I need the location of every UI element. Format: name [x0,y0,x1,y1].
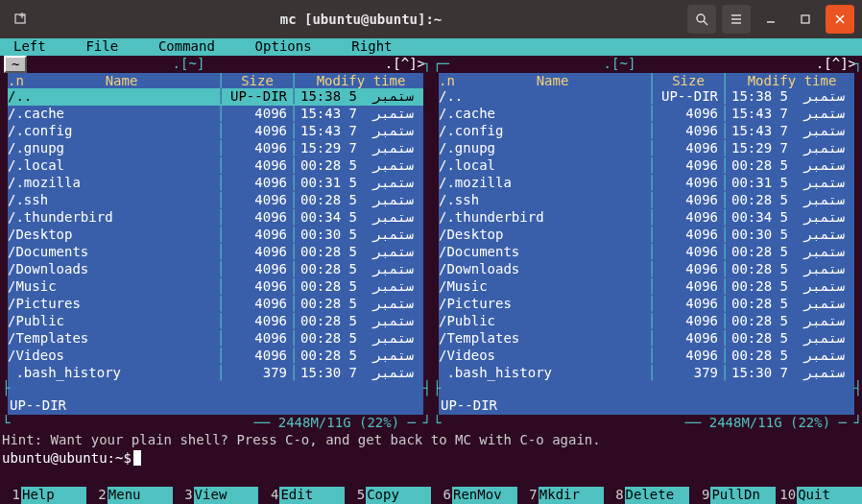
hamburger-menu-button[interactable] [722,5,751,34]
file-row[interactable]: /Downloads│4096│00:28 5 ستمبر [439,261,854,278]
right-col-n[interactable]: .n [439,73,458,88]
file-row[interactable]: /Music│4096│00:28 5 ستمبر [439,278,854,296]
close-button[interactable] [826,5,854,34]
file-row[interactable]: /.config│4096│15:43 7 ستمبر [8,123,423,140]
file-row[interactable]: /.local│4096│00:28 5 ستمبر [8,157,423,175]
file-row[interactable]: /.config│4096│15:43 7 ستمبر [439,123,854,140]
right-col-mtime[interactable]: Modify time [730,73,854,88]
right-col-size[interactable]: Size [657,73,720,88]
file-size: 379 [657,365,720,382]
file-row[interactable]: /Videos│4096│00:28 5 ستمبر [8,348,423,365]
menu-options[interactable]: Options [251,38,316,56]
file-name: /.mozilla [8,175,216,192]
file-row[interactable]: /Templates│4096│00:28 5 ستمبر [439,330,854,348]
file-size: UP--DIR [657,88,720,106]
file-row[interactable]: /.local│4096│00:28 5 ستمبر [439,157,854,175]
file-size: 4096 [226,330,289,348]
file-row[interactable]: /.thunderbird│4096│00:34 5 ستمبر [439,209,854,227]
file-name: /Public [8,313,216,330]
file-row[interactable]: /..│UP--DIR│15:38 5 ستمبر [439,88,854,106]
menu-left[interactable]: Left [10,38,50,56]
file-row[interactable]: /.cache│4096│15:43 7 ستمبر [439,106,854,123]
fkey-quit[interactable]: 10Quit [776,487,862,504]
file-row[interactable]: /Videos│4096│00:28 5 ستمبر [439,348,854,365]
right-col-name[interactable]: Name [458,73,647,88]
file-row[interactable]: /Documents│4096│00:28 5 ستمبر [439,244,854,261]
file-size: 4096 [657,175,720,192]
file-row[interactable]: /.mozilla│4096│00:31 5 ستمبر [439,175,854,192]
right-panel-caret[interactable]: .[^]> [816,56,856,71]
file-row[interactable]: /..│UP--DIR│15:38 5 ستمبر [8,88,423,106]
minimize-button[interactable] [756,5,785,34]
file-mtime: 00:28 5 ستمبر [299,261,423,278]
svg-line-4 [704,21,707,25]
file-row[interactable]: /Desktop│4096│00:30 5 ستمبر [439,227,854,244]
file-size: 4096 [657,192,720,209]
fkey-delete[interactable]: 8Delete [604,487,690,504]
right-panel-path[interactable]: .[~] [604,56,636,71]
file-row[interactable]: /.ssh│4096│00:28 5 ستمبر [439,192,854,209]
file-row[interactable]: /Desktop│4096│00:30 5 ستمبر [8,227,423,244]
file-row[interactable]: /Pictures│4096│00:28 5 ستمبر [8,296,423,313]
right-disk-usage: ── 2448M/11G (22%) ─ [681,415,850,430]
left-col-n[interactable]: .n [8,73,27,88]
file-mtime: 15:29 7 ستمبر [730,140,854,157]
file-row[interactable]: .bash_history│379│15:30 7 ستمبر [8,365,423,382]
fkey-view[interactable]: 3View [173,487,259,504]
file-size: 4096 [226,157,289,175]
file-row[interactable]: /Public│4096│00:28 5 ستمبر [439,313,854,330]
search-button[interactable] [687,5,716,34]
file-row[interactable]: /Downloads│4096│00:28 5 ستمبر [8,261,423,278]
file-row[interactable]: /.mozilla│4096│00:31 5 ستمبر [8,175,423,192]
file-row[interactable]: /.thunderbird│4096│00:34 5 ستمبر [8,209,423,227]
left-col-name[interactable]: Name [27,73,216,88]
fkey-help[interactable]: 1Help [0,487,86,504]
file-name: /.config [8,123,216,140]
file-row[interactable]: /Pictures│4096│00:28 5 ستمبر [439,296,854,313]
fkey-number: 10 [776,487,797,504]
file-mtime: 15:30 7 ستمبر [299,365,423,382]
maximize-button[interactable] [791,5,820,34]
file-row[interactable]: /Music│4096│00:28 5 ستمبر [8,278,423,296]
file-row[interactable]: /.gnupg│4096│15:29 7 ستمبر [8,140,423,157]
file-name: /.cache [439,106,647,123]
file-mtime: 00:30 5 ستمبر [299,227,423,244]
file-size: 4096 [226,278,289,296]
menu-command[interactable]: Command [155,38,219,56]
file-row[interactable]: /Public│4096│00:28 5 ستمبر [8,313,423,330]
left-panel-content: .n Name │ Size │ Modify time /..│UP--DIR… [8,73,423,380]
menu-right[interactable]: Right [347,38,395,56]
menu-file[interactable]: File [82,38,122,56]
file-row[interactable]: /Templates│4096│00:28 5 ستمبر [8,330,423,348]
left-rows: /..│UP--DIR│15:38 5 ستمبر/.cache│4096│15… [8,88,423,382]
file-row[interactable]: /.cache│4096│15:43 7 ستمبر [8,106,423,123]
file-row[interactable]: .bash_history│379│15:30 7 ستمبر [439,365,854,382]
file-name: /.cache [8,106,216,123]
fkey-menu[interactable]: 2Menu [86,487,173,504]
file-row[interactable]: /.ssh│4096│00:28 5 ستمبر [8,192,423,209]
shell-prompt[interactable]: ubuntu@ubuntu:~$ [0,449,862,467]
fkey-mkdir[interactable]: 7Mkdir [517,487,604,504]
left-col-size[interactable]: Size [226,73,289,88]
file-row[interactable]: /.gnupg│4096│15:29 7 ستمبر [439,140,854,157]
file-mtime: 15:43 7 ستمبر [299,106,423,123]
left-col-mtime[interactable]: Modify time [299,73,423,88]
fkey-edit[interactable]: 4Edit [258,487,345,504]
fkey-renmov[interactable]: 6RenMov [431,487,517,504]
file-name: /Videos [439,348,647,365]
fkey-copy[interactable]: 5Copy [345,487,431,504]
file-name: /.. [8,88,216,106]
left-panel-caret[interactable]: .[^]> [385,56,425,71]
file-size: 4096 [657,261,720,278]
tilde-button[interactable]: ~ [4,56,27,73]
fkey-pulldn[interactable]: 9PullDn [689,487,776,504]
right-rows: /..│UP--DIR│15:38 5 ستمبر/.cache│4096│15… [439,88,854,382]
file-mtime: 00:28 5 ستمبر [730,348,854,365]
file-mtime: 00:28 5 ستمبر [730,313,854,330]
file-mtime: 00:28 5 ستمبر [299,244,423,261]
file-mtime: 15:43 7 ستمبر [730,123,854,140]
file-name: /Pictures [8,296,216,313]
new-tab-button[interactable] [8,6,35,33]
left-panel-path[interactable]: .[~] [173,56,205,71]
file-row[interactable]: /Documents│4096│00:28 5 ستمبر [8,244,423,261]
